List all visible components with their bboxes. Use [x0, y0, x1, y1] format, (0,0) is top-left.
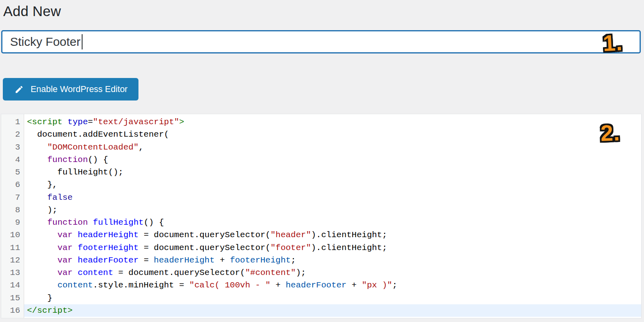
line-number: 2 [1, 128, 24, 141]
enable-wordpress-editor-button[interactable]: Enable WordPress Editor [3, 78, 138, 100]
line-number: 6 [1, 178, 24, 191]
code-line[interactable]: 15 } [1, 292, 641, 304]
code-line-text[interactable]: ); [24, 204, 641, 216]
page-title: Add New [3, 3, 61, 19]
code-line-text[interactable]: var headerHeight = document.querySelecto… [24, 229, 641, 241]
code-line-text[interactable]: function fullHeight() { [24, 216, 641, 229]
code-line[interactable]: 5 fullHeight(); [1, 166, 641, 178]
code-line[interactable]: 2 document.addEventListener( [1, 128, 641, 141]
line-number: 1 [1, 116, 24, 128]
code-line[interactable]: 3 "DOMContentLoaded", [1, 141, 641, 154]
code-line-text[interactable]: var footerHeight = document.querySelecto… [24, 242, 641, 254]
code-line-text[interactable]: <script type="text/javascript"> [24, 116, 641, 128]
code-line-text[interactable]: var content = document.querySelector("#c… [24, 267, 641, 279]
code-line[interactable]: 7 false [1, 191, 641, 204]
code-line[interactable]: 10 var headerHeight = document.querySele… [1, 229, 641, 241]
code-line-text[interactable]: }, [24, 178, 641, 191]
code-line[interactable]: 4 function() { [1, 154, 641, 166]
code-line[interactable]: 13 var content = document.querySelector(… [1, 267, 641, 279]
code-line[interactable]: 16</script> [1, 304, 641, 317]
line-number: 8 [1, 204, 24, 216]
line-number: 4 [1, 154, 24, 166]
code-line[interactable]: 14 content.style.minHeight = "calc( 100v… [1, 279, 641, 291]
snippet-title-value: Sticky Footer [10, 35, 80, 49]
line-number: 3 [1, 141, 24, 154]
code-line[interactable]: 9 function fullHeight() { [1, 216, 641, 229]
code-line[interactable]: 6 }, [1, 178, 641, 191]
code-line-text[interactable]: document.addEventListener( [24, 128, 641, 141]
line-number: 13 [1, 267, 24, 279]
line-number: 10 [1, 229, 24, 241]
line-number: 11 [1, 242, 24, 254]
code-line-text[interactable]: false [24, 191, 641, 204]
code-line-text[interactable]: "DOMContentLoaded", [24, 141, 641, 154]
code-line[interactable]: 1<script type="text/javascript"> [1, 116, 641, 128]
code-line-text[interactable]: fullHeight(); [24, 166, 641, 178]
line-number: 12 [1, 254, 24, 267]
code-line-text[interactable]: content.style.minHeight = "calc( 100vh -… [24, 279, 641, 291]
snippet-title-input[interactable]: Sticky Footer [1, 30, 641, 53]
line-number: 16 [1, 304, 24, 317]
code-line-text[interactable]: </script> [24, 304, 641, 317]
enable-editor-button-label: Enable WordPress Editor [31, 84, 128, 94]
pencil-icon [14, 85, 24, 94]
code-line-text[interactable]: } [24, 292, 641, 304]
line-number: 7 [1, 191, 24, 204]
code-editor-lines[interactable]: 1<script type="text/javascript">2 docume… [1, 114, 641, 318]
code-line[interactable]: 12 var headerFooter = headerHeight + foo… [1, 254, 641, 267]
code-editor[interactable]: 1<script type="text/javascript">2 docume… [1, 114, 642, 318]
line-number: 14 [1, 279, 24, 291]
line-number: 9 [1, 216, 24, 229]
line-number: 5 [1, 166, 24, 178]
line-number: 15 [1, 292, 24, 304]
code-line-text[interactable]: var headerFooter = headerHeight + footer… [24, 254, 641, 267]
code-line-text[interactable]: function() { [24, 154, 641, 166]
text-caret [82, 34, 83, 49]
code-line[interactable]: 8 ); [1, 204, 641, 216]
code-line[interactable]: 11 var footerHeight = document.querySele… [1, 242, 641, 254]
